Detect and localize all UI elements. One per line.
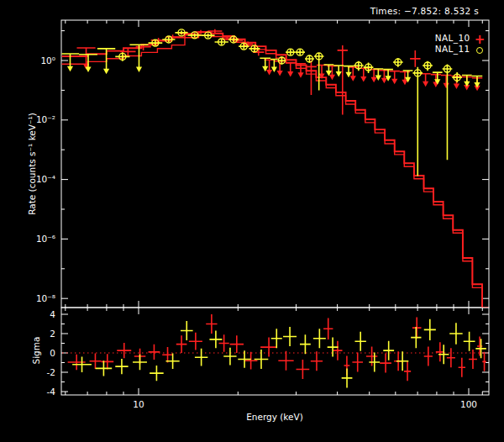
tick-labels: 10⁰10⁻²10⁻⁴10⁻⁶10⁻⁸420-2-410100 bbox=[36, 55, 477, 410]
spectrum-app: 10⁰10⁻²10⁻⁴10⁻⁶10⁻⁸420-2-410100 Times: −… bbox=[0, 0, 504, 442]
svg-text:10⁰: 10⁰ bbox=[40, 55, 55, 66]
x-axis-label: Energy (keV) bbox=[191, 412, 359, 422]
model-curve-nal_11-model bbox=[61, 35, 489, 311]
legend-label-nal10: NAL_10 bbox=[435, 33, 470, 44]
svg-text:10⁻²: 10⁻² bbox=[36, 114, 55, 124]
legend: NAL_10 + NAL_11 bbox=[435, 33, 486, 55]
plot-title: Times: −7.852: 8.532 s bbox=[370, 6, 479, 16]
svg-text:10⁻⁴: 10⁻⁴ bbox=[36, 174, 55, 184]
y-axis-label-sigma: Sigma bbox=[31, 308, 41, 392]
legend-item-nal11: NAL_11 bbox=[435, 44, 486, 55]
legend-item-nal10: NAL_10 + bbox=[435, 33, 486, 44]
svg-text:10: 10 bbox=[133, 399, 144, 409]
svg-text:4: 4 bbox=[50, 309, 55, 319]
legend-label-nal11: NAL_11 bbox=[435, 44, 470, 55]
svg-text:2: 2 bbox=[50, 329, 55, 339]
svg-text:-2: -2 bbox=[47, 367, 55, 377]
svg-text:0: 0 bbox=[50, 348, 55, 358]
svg-text:100: 100 bbox=[460, 399, 477, 409]
plot-canvas: 10⁰10⁻²10⁻⁴10⁻⁶10⁻⁸420-2-410100 bbox=[0, 0, 504, 442]
svg-text:10⁻⁶: 10⁻⁶ bbox=[36, 234, 55, 244]
plus-marker-icon: + bbox=[473, 34, 486, 45]
y-axis-label-rate: Rate (counts s⁻¹ keV⁻¹) bbox=[27, 80, 37, 248]
circle-marker-icon bbox=[473, 45, 486, 55]
svg-text:-4: -4 bbox=[47, 387, 56, 397]
spectrum-series-nal_10 bbox=[76, 29, 482, 115]
svg-text:10⁻⁸: 10⁻⁸ bbox=[36, 293, 55, 303]
